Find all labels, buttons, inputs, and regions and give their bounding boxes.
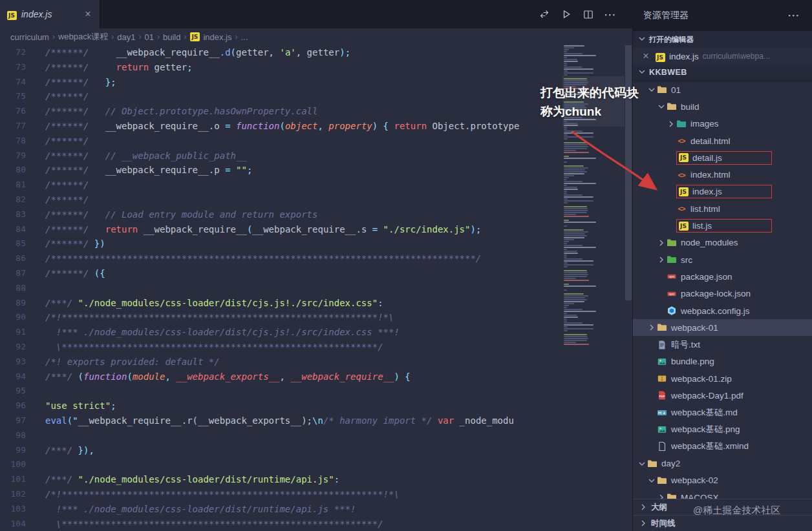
code-line[interactable]: 79/******/ // __webpack_public_path__ (0, 149, 632, 163)
code-line[interactable]: 80/******/ __webpack_require__.p = ""; (0, 163, 632, 178)
run-icon[interactable] (561, 9, 572, 19)
tree-item-package-json[interactable]: npmpackage.json (633, 268, 812, 285)
code-line[interactable]: 100 (0, 457, 632, 472)
tree-item-webpack-xmind[interactable]: webpack基础.xmind (633, 438, 812, 455)
tree-item-content: day2 (647, 457, 680, 470)
tree-item-content: 01 (657, 83, 681, 97)
tree-item-webpack-config-js[interactable]: webpack.config.js (633, 302, 812, 319)
code-line[interactable]: 89/***/ "./node_modules/css-loader/dist/… (0, 296, 632, 311)
code-text: !*** ./node_modules/css-loader/dist/cjs.… (39, 325, 551, 340)
code-line[interactable]: 75/******/ (0, 89, 632, 104)
code-line[interactable]: 86/*************************************… (0, 251, 632, 266)
tree-item-01[interactable]: 01 (633, 81, 812, 98)
line-number: 76 (0, 104, 39, 119)
line-number: 101 (0, 472, 39, 487)
tree-item-images[interactable]: images (633, 116, 812, 132)
breadcrumb-item[interactable]: ... (241, 32, 248, 42)
code-line[interactable]: 90/*!***********************************… (0, 310, 632, 325)
tree-item-list-html[interactable]: <>list.html (633, 200, 812, 217)
code-line[interactable]: 77/******/ __webpack_require__.o = funct… (0, 119, 632, 134)
code-line[interactable]: 84/******/ return __webpack_require__(__… (0, 222, 632, 237)
tree-item-src[interactable]: src (633, 251, 812, 268)
tree-item-label: webpack-01.zip (671, 374, 732, 384)
code-line[interactable]: 94/***/ (function(module, __webpack_expo… (0, 370, 632, 384)
tree-item-day2[interactable]: day2 (633, 455, 812, 472)
more-actions-icon[interactable]: ⋯ (789, 10, 799, 20)
code-line[interactable]: 88 (0, 281, 632, 296)
breadcrumb-item[interactable]: JSindex.js (189, 32, 231, 42)
code-line[interactable]: 85/******/ }) (0, 236, 632, 251)
tree-item-webpack-02[interactable]: webpack-02 (633, 472, 812, 489)
chevron-down-icon (656, 101, 667, 112)
code-line[interactable]: 103 !*** ./node_modules/css-loader/dist/… (0, 502, 632, 517)
open-changes-icon[interactable] (539, 9, 550, 19)
js-file-icon: JS (678, 187, 689, 197)
code-line[interactable]: 97eval("__webpack_require__.r(__webpack_… (0, 413, 632, 428)
breadcrumb-item[interactable]: webpack课程 (58, 31, 108, 43)
code-line[interactable]: 98 (0, 428, 632, 443)
close-icon[interactable]: × (641, 51, 651, 61)
code-line[interactable]: 104 \***********************************… (0, 517, 632, 531)
line-number: 104 (0, 517, 39, 531)
sidebar-section-timeline[interactable]: 时间线 (633, 515, 812, 531)
code-line[interactable]: 92 \************************************… (0, 340, 632, 355)
code-line[interactable]: 74/******/ }; (0, 75, 632, 90)
code-line[interactable]: 102/*!**********************************… (0, 487, 632, 502)
code-line[interactable]: 93/*! exports provided: default */ (0, 355, 632, 370)
workspace-header[interactable]: KKBWEB (633, 65, 812, 80)
tree-item-index-html[interactable]: <>index.html (633, 166, 812, 183)
tree-item-index-js[interactable]: JSindex.js (633, 183, 812, 200)
tree-item-label: package-lock.json (681, 289, 751, 298)
tree-item-detail-js[interactable]: JSdetail.js (633, 149, 812, 166)
open-editors-header[interactable]: 打开的编辑器 (633, 31, 812, 48)
code-line[interactable]: 78/******/ (0, 134, 632, 149)
code-line[interactable]: 72/******/ __webpack_require__.d(getter,… (0, 45, 632, 60)
tree-item-content: webpack基础.xmind (657, 440, 749, 453)
editor-pane: JS index.js × ⋯ curriculum›webpack课程›day… (0, 0, 632, 531)
code-line[interactable]: 73/******/ return getter; (0, 60, 632, 75)
split-editor-icon[interactable] (583, 9, 593, 19)
line-number: 74 (0, 75, 39, 90)
tree-item-build[interactable]: build (633, 98, 812, 115)
tree-item-list-js[interactable]: JSlist.js (633, 217, 812, 234)
breadcrumb-item[interactable]: day1 (117, 32, 135, 42)
close-icon[interactable]: × (83, 9, 93, 19)
tree-item-bundle-png[interactable]: bundle.png (633, 353, 812, 370)
more-actions-icon[interactable]: ⋯ (605, 9, 615, 19)
tree-item-txt[interactable]: 暗号.txt (633, 336, 812, 353)
code-line[interactable]: 76/******/ // Object.prototype.hasOwnPro… (0, 104, 632, 119)
tree-item-detail-html[interactable]: <>detail.html (633, 132, 812, 149)
breadcrumb-item[interactable]: build (163, 32, 180, 42)
code-line[interactable]: 95 (0, 384, 632, 399)
code-line[interactable]: 96"use strict"; (0, 399, 632, 413)
code-line[interactable]: 87/******/ ({ (0, 266, 632, 281)
tree-item-webpack-day1-pdf[interactable]: PDFwebpack-Day1.pdf (633, 387, 812, 404)
code-text: /******/ (39, 178, 551, 193)
open-editor-item[interactable]: × JS index.js curriculum\webpa... (633, 48, 812, 65)
tree-item-label: build (681, 102, 700, 112)
tree-item-webpack-png[interactable]: webpack基础.png (633, 421, 812, 438)
breadcrumb-item[interactable]: 01 (144, 32, 153, 42)
code-line[interactable]: 81/******/ (0, 178, 632, 193)
line-number: 80 (0, 163, 39, 178)
tree-item-content: <>index.html (676, 168, 731, 182)
tree-item-package-lock-json[interactable]: npmpackage-lock.json (633, 286, 812, 302)
tree-item-webpack-md[interactable]: webpack基础.md (633, 404, 812, 421)
tree-item-node-modules[interactable]: node_modules (633, 234, 812, 251)
tree-item-macosx[interactable]: MACOSX (633, 489, 812, 499)
tree-item-content: npmpackage-lock.json (667, 287, 751, 300)
code-line[interactable]: 101/***/ "./node_modules/css-loader/dist… (0, 472, 632, 487)
tab-index-js[interactable]: JS index.js × (0, 0, 100, 28)
code-line[interactable]: 83/******/ // Load entry module and retu… (0, 207, 632, 222)
code-line[interactable]: 82/******/ (0, 193, 632, 207)
tree-item-webpack-01[interactable]: webpack-01 (633, 319, 812, 336)
code-line[interactable]: 99/***/ }), (0, 443, 632, 458)
breadcrumb-item[interactable]: curriculum (10, 32, 49, 42)
code-line[interactable]: 91 !*** ./node_modules/css-loader/dist/c… (0, 325, 632, 340)
editor[interactable]: 72/******/ __webpack_require__.d(getter,… (0, 45, 632, 531)
code-text: /******/ (39, 134, 551, 149)
line-number: 83 (0, 207, 39, 222)
tree-item-label: day2 (661, 459, 680, 468)
tree-item-webpack-01-zip[interactable]: webpack-01.zip (633, 370, 812, 387)
tree-item-label: list.js (692, 221, 712, 231)
